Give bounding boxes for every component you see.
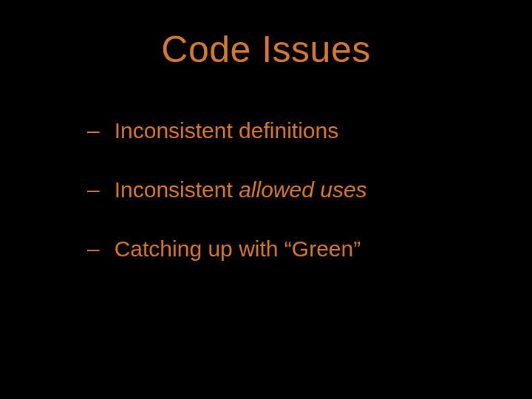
bullet-text: Catching up with “Green” [115, 236, 361, 262]
bullet-list: – Inconsistent definitions – Inconsisten… [87, 118, 502, 296]
bullet-text-italic: allowed uses [239, 177, 366, 202]
slide: Code Issues – Inconsistent definitions –… [0, 0, 532, 399]
list-item: – Inconsistent allowed uses [87, 177, 502, 202]
bullet-text: Inconsistent definitions [115, 118, 339, 143]
list-item: – Catching up with “Green” [87, 236, 502, 262]
bullet-dash-icon: – [87, 177, 100, 202]
bullet-text: Inconsistent allowed uses [115, 177, 367, 202]
slide-title: Code Issues [0, 28, 532, 71]
bullet-text-pre: Inconsistent [115, 177, 239, 202]
bullet-dash-icon: – [87, 118, 100, 143]
list-item: – Inconsistent definitions [87, 118, 502, 143]
bullet-text-pre: Catching up with “Green” [115, 236, 361, 261]
bullet-dash-icon: – [87, 236, 100, 262]
bullet-text-pre: Inconsistent definitions [115, 118, 339, 143]
